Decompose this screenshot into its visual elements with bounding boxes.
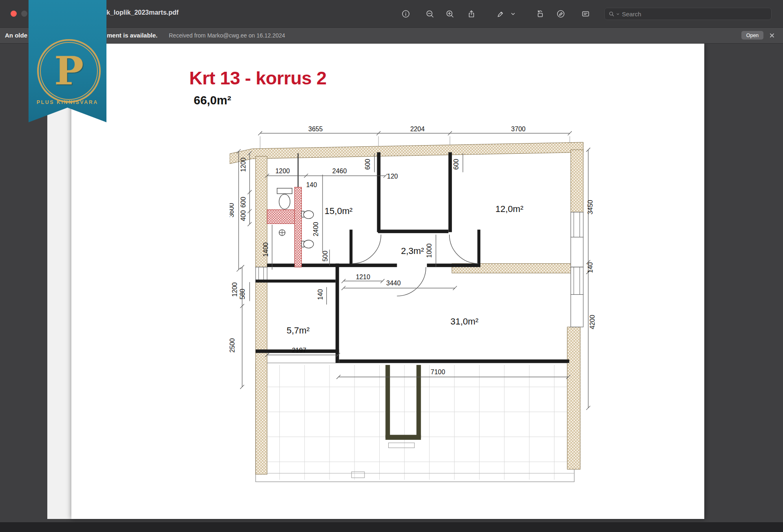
dimension-label: 2400 xyxy=(312,222,319,236)
open-button[interactable]: Open xyxy=(741,31,763,40)
content-area: Krt 13 - korrus 2 66,0m² xyxy=(0,43,783,522)
dimension-label: 140 xyxy=(587,262,594,273)
highlighter-icon xyxy=(495,9,504,18)
dimension-label: 140 xyxy=(317,289,324,300)
dimension-label: 2460 xyxy=(332,168,347,174)
chevron-down-icon xyxy=(511,11,515,16)
total-area-label: 66,0m² xyxy=(194,94,231,107)
room-area-label: 12,0m² xyxy=(495,204,524,214)
dimension-label: 600 xyxy=(453,159,460,170)
dimension-label: 600 xyxy=(240,197,247,208)
toolbar: 2k_loplik_2023marts.pdf xyxy=(0,0,783,28)
room-area-label: 15,0m² xyxy=(325,206,353,216)
dimension-label: 4200 xyxy=(589,315,596,329)
highlight-menu-button[interactable] xyxy=(509,8,517,20)
room-area-label: 31,0m² xyxy=(450,316,478,327)
brand-initial: P xyxy=(54,51,84,91)
search-scope-chevron-icon xyxy=(616,12,619,16)
dimension-label: 3655 xyxy=(308,126,323,132)
dimension-label: 1200 xyxy=(275,168,290,174)
brand-ribbon: P PLUS KINNISVARA xyxy=(29,0,106,122)
brand-seal: P xyxy=(37,39,101,103)
floorplan-title: Krt 13 - korrus 2 xyxy=(189,68,327,89)
dimension-label: 1210 xyxy=(356,274,370,280)
dimension-label: 120 xyxy=(387,173,398,180)
share-icon xyxy=(467,9,476,18)
search-field[interactable] xyxy=(604,8,772,20)
dimension-label: 2197 xyxy=(292,347,307,354)
zoom-out-icon xyxy=(425,9,434,18)
preview-window: 2k_loplik_2023marts.pdf xyxy=(0,0,783,532)
search-input[interactable] xyxy=(621,10,767,18)
highlight-button[interactable] xyxy=(493,8,507,20)
close-traffic-light[interactable] xyxy=(11,11,17,17)
dimension-label: 1200 xyxy=(240,157,247,172)
markup-button[interactable] xyxy=(554,8,568,20)
info-icon xyxy=(401,9,410,18)
dimension-label: 3700 xyxy=(511,126,526,132)
close-icon xyxy=(770,33,774,38)
room-area-label: 2,3m² xyxy=(401,246,424,256)
zoom-in-icon xyxy=(445,9,454,18)
window-bottom-bar xyxy=(0,522,783,532)
dimension-label: 2204 xyxy=(410,126,425,132)
zoom-out-button[interactable] xyxy=(423,8,437,20)
minimize-traffic-light[interactable] xyxy=(21,11,27,17)
dimension-label: 1200 xyxy=(232,282,239,297)
dimension-label: 140 xyxy=(306,181,317,188)
dimension-label: 2500 xyxy=(230,338,236,353)
rotate-button[interactable] xyxy=(533,8,547,20)
dimension-label: 580 xyxy=(239,289,246,300)
terrace xyxy=(256,363,574,481)
notification-message-start: An olde xyxy=(5,32,27,39)
floor-plan: 3655 2204 3700 1200 600 400 3600 1400 12… xyxy=(230,122,609,487)
notification-close-button[interactable] xyxy=(768,32,776,39)
notification-message-end: ment is available. xyxy=(107,32,157,39)
search-icon xyxy=(609,11,615,17)
adjacent-page-edge xyxy=(47,43,72,519)
brand-name: PLUS KINNISVARA xyxy=(29,99,106,105)
stairwell-wall xyxy=(385,365,390,438)
pdf-page: Krt 13 - korrus 2 66,0m² xyxy=(71,43,704,519)
info-button[interactable] xyxy=(399,8,413,20)
toilet-icon xyxy=(277,188,292,194)
rotate-icon xyxy=(535,9,544,18)
zoom-in-button[interactable] xyxy=(443,8,457,20)
notification-bar: An olde ment is available. Received from… xyxy=(0,27,783,44)
room-area-label: 5,7m² xyxy=(287,325,310,336)
share-button[interactable] xyxy=(464,8,478,20)
dimension-label: 400 xyxy=(240,210,247,221)
dimension-label: 1400 xyxy=(262,242,269,257)
text-annotation-button[interactable] xyxy=(579,8,593,20)
dimension-label: 3600 xyxy=(230,203,235,218)
notification-detail: Received from Marko@cwg.ee on 16.12.2024 xyxy=(169,32,285,39)
dimension-label: 7100 xyxy=(431,369,445,375)
dimension-label: 500 xyxy=(322,251,329,262)
text-box-icon xyxy=(581,9,590,18)
dimension-label: 1000 xyxy=(426,243,433,258)
dimension-label: 600 xyxy=(364,159,371,170)
window-title: 2k_loplik_2023marts.pdf xyxy=(103,9,179,16)
markup-pen-icon xyxy=(556,9,565,18)
dimension-label: 3440 xyxy=(386,280,401,287)
dimension-label: 3450 xyxy=(587,200,594,214)
